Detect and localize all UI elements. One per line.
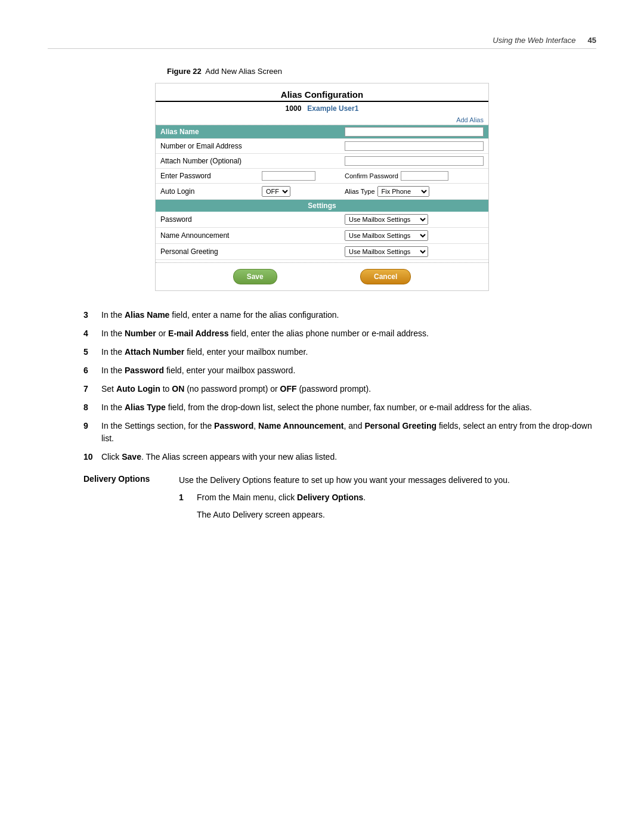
- page-number: 45: [588, 36, 596, 45]
- step-5-num: 5: [83, 346, 101, 358]
- step-10-text: Click Save. The Alias screen appears wit…: [101, 451, 596, 463]
- number-email-row: Number or Email Address: [156, 139, 488, 154]
- delivery-step-1-num: 1: [179, 491, 197, 504]
- step-3-text: In the Alias Name field, enter a name fo…: [101, 309, 596, 321]
- settings-name-ann-label: Name Announcement: [156, 228, 340, 244]
- delivery-note: The Auto Delivery screen appears.: [197, 509, 596, 521]
- auto-login-label: Auto Login: [156, 184, 257, 200]
- auto-login-row: Auto Login OFF ON Alias Type Fix Phone F…: [156, 184, 488, 200]
- step-9-text: In the Settings section, for the Passwor…: [101, 420, 596, 445]
- button-row: Save Cancel: [156, 262, 488, 290]
- step-8-num: 8: [83, 401, 101, 414]
- save-button[interactable]: Save: [233, 269, 277, 284]
- cancel-button[interactable]: Cancel: [360, 269, 411, 284]
- alias-config-title: Alias Configuration: [156, 83, 488, 102]
- delivery-options-label: Delivery Options: [83, 474, 179, 521]
- form-table: Alias Name Number or Email Address Attac…: [156, 125, 488, 260]
- alias-name-label: Alias Name: [156, 125, 340, 139]
- delivery-options-content: Use the Delivery Options feature to set …: [179, 474, 596, 521]
- instructions-section: 3 In the Alias Name field, enter a name …: [83, 309, 596, 521]
- settings-header: Settings: [156, 200, 488, 212]
- step-8-text: In the Alias Type field, from the drop-d…: [101, 401, 596, 414]
- confirm-password-label: Confirm Password: [345, 172, 398, 179]
- confirm-password-input[interactable]: [401, 171, 448, 181]
- number-email-label: Number or Email Address: [156, 139, 340, 154]
- attach-number-row: Attach Number (Optional): [156, 154, 488, 169]
- password-row: Enter Password Confirm Password: [156, 169, 488, 184]
- step-3-num: 3: [83, 309, 101, 321]
- step-6-text: In the Password field, enter your mailbo…: [101, 364, 596, 377]
- alias-config-box: Alias Configuration 1000 Example User1 A…: [155, 83, 489, 291]
- alias-type-select[interactable]: Fix Phone Fax Number E-mail: [377, 186, 429, 197]
- step-8: 8 In the Alias Type field, from the drop…: [83, 401, 596, 414]
- delivery-options-section: Delivery Options Use the Delivery Option…: [83, 474, 596, 521]
- delivery-options-intro: Use the Delivery Options feature to set …: [179, 475, 510, 485]
- settings-personal-greeting-row: Personal Greeting Use Mailbox Settings: [156, 244, 488, 260]
- step-9-num: 9: [83, 420, 101, 445]
- attach-number-input[interactable]: [345, 156, 484, 166]
- step-10-num: 10: [83, 451, 101, 463]
- delivery-sub-steps: 1 From the Main menu, click Delivery Opt…: [179, 491, 596, 504]
- alias-config-subtitle: 1000 Example User1: [156, 102, 488, 115]
- enter-password-input[interactable]: [262, 171, 315, 181]
- add-alias-label: Add Alias: [156, 115, 488, 125]
- step-6: 6 In the Password field, enter your mail…: [83, 364, 596, 377]
- delivery-step-1-text: From the Main menu, click Delivery Optio…: [197, 491, 366, 504]
- step-10: 10 Click Save. The Alias screen appears …: [83, 451, 596, 463]
- step-4: 4 In the Number or E-mail Address field,…: [83, 327, 596, 340]
- settings-name-ann-row: Name Announcement Use Mailbox Settings: [156, 228, 488, 244]
- enter-password-label: Enter Password: [156, 169, 257, 184]
- alias-name-header-row: Alias Name: [156, 125, 488, 139]
- step-4-num: 4: [83, 327, 101, 340]
- subtitle-username: Example User1: [307, 104, 358, 113]
- step-5: 5 In the Attach Number field, enter your…: [83, 346, 596, 358]
- delivery-step-1: 1 From the Main menu, click Delivery Opt…: [179, 491, 596, 504]
- header-title: Using the Web Interface: [493, 36, 575, 45]
- settings-password-select[interactable]: Use Mailbox Settings: [345, 214, 428, 225]
- alias-type-label: Alias Type: [345, 188, 375, 195]
- number-email-input[interactable]: [345, 141, 484, 151]
- step-5-text: In the Attach Number field, enter your m…: [101, 346, 596, 358]
- step-7: 7 Set Auto Login to ON (no password prom…: [83, 383, 596, 395]
- step-3: 3 In the Alias Name field, enter a name …: [83, 309, 596, 321]
- step-list: 3 In the Alias Name field, enter a name …: [83, 309, 596, 463]
- subtitle-number: 1000: [286, 104, 302, 113]
- step-7-num: 7: [83, 383, 101, 395]
- step-7-text: Set Auto Login to ON (no password prompt…: [101, 383, 596, 395]
- attach-number-label: Attach Number (Optional): [156, 154, 340, 169]
- step-4-text: In the Number or E-mail Address field, e…: [101, 327, 596, 340]
- figure-label: Figure 22: [167, 67, 202, 76]
- settings-password-label: Password: [156, 212, 340, 228]
- settings-header-row: Settings: [156, 200, 488, 212]
- auto-login-select[interactable]: OFF ON: [262, 186, 290, 197]
- settings-name-ann-select[interactable]: Use Mailbox Settings: [345, 230, 428, 241]
- settings-password-row: Password Use Mailbox Settings: [156, 212, 488, 228]
- page-header: Using the Web Interface 45: [48, 36, 596, 49]
- step-6-num: 6: [83, 364, 101, 377]
- settings-personal-greeting-label: Personal Greeting: [156, 244, 340, 260]
- settings-personal-greeting-select[interactable]: Use Mailbox Settings: [345, 246, 428, 257]
- step-9: 9 In the Settings section, for the Passw…: [83, 420, 596, 445]
- alias-name-input[interactable]: [345, 127, 484, 137]
- figure-caption: Figure 22 Add New Alias Screen: [167, 67, 596, 76]
